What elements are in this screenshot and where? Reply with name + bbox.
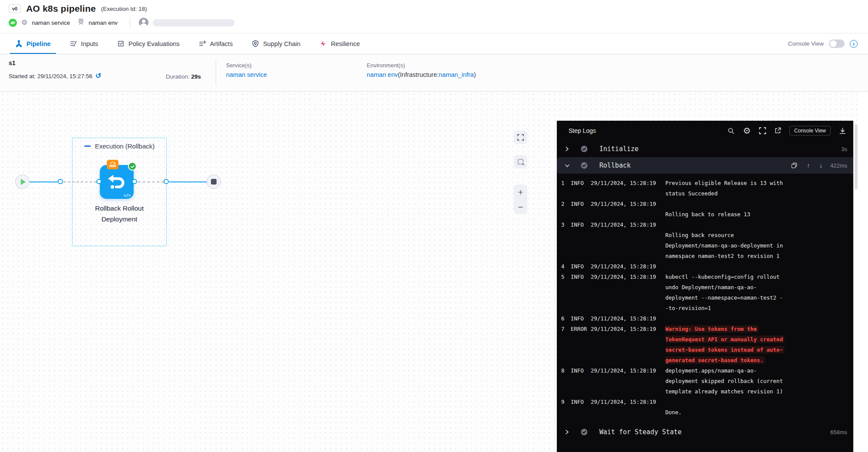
scroll-down-icon[interactable]: ↓: [819, 162, 822, 169]
canvas-fullscreen-button[interactable]: [514, 131, 527, 144]
log-panel-title: Step Logs: [569, 127, 596, 134]
log-line-number: 6: [561, 313, 571, 324]
meta-row: ⚙ naman service naman env: [9, 17, 234, 28]
log-entry: 7ERROR29/11/2024, 15:28:19Warning: Use t…: [561, 324, 847, 366]
tab-pipeline[interactable]: Pipeline: [15, 33, 51, 54]
log-line-number: 2: [561, 199, 571, 220]
redacted-text: [153, 19, 234, 26]
infra-prefix: (Infrastructure:: [398, 71, 439, 78]
log-section-name: Initialize: [599, 145, 638, 153]
log-timestamp: 29/11/2024, 15:28:19: [591, 199, 665, 220]
chevron-down-icon[interactable]: [565, 163, 571, 168]
tab-supply-chain[interactable]: Supply Chain: [252, 33, 300, 54]
log-line-number: 9: [561, 397, 571, 418]
log-level: INFO: [571, 261, 591, 272]
scrollbar-thumb[interactable]: [855, 124, 858, 189]
log-scrollbar[interactable]: [853, 121, 858, 452]
log-entry: 6INFO29/11/2024, 15:28:19: [561, 313, 847, 324]
services-label: Service(s): [226, 62, 267, 69]
log-section-name: Wait for Steady State: [599, 428, 682, 436]
artifacts-icon: [199, 40, 206, 47]
environment-link[interactable]: naman env: [367, 71, 398, 78]
step-success-icon: [580, 428, 588, 436]
version-badge[interactable]: v0: [9, 4, 21, 13]
log-timestamp: 29/11/2024, 15:28:19: [591, 272, 665, 313]
stage-group-label: Execution (Rollback): [95, 142, 155, 150]
section-duration: 422ms: [830, 162, 847, 169]
log-section-header[interactable]: Initialize3s: [557, 141, 858, 157]
pipeline-start-node[interactable]: [15, 175, 30, 189]
tab-policy-evaluations[interactable]: Policy Evaluations: [117, 33, 180, 54]
avatar: [139, 18, 148, 27]
pipeline-icon: [15, 40, 23, 47]
zoom-in-button[interactable]: +: [514, 188, 527, 197]
rollback-step-node[interactable]: </>: [100, 165, 134, 199]
log-entry: 5INFO29/11/2024, 15:28:19kubectl --kubec…: [561, 272, 847, 313]
service-name[interactable]: naman service: [32, 20, 70, 26]
step-label-line1: Rollback Rollout: [72, 203, 167, 214]
environments-column: Environment(s) naman env(Infrastructure:…: [367, 62, 476, 78]
log-message: Rolling back to release 13: [665, 199, 847, 220]
console-view-button[interactable]: Console View: [789, 126, 831, 135]
canvas-select-region-button[interactable]: [514, 155, 527, 168]
stage-summary-bar: s1 Started at: 29/11/2024, 15:27:56 ↺ Du…: [0, 54, 868, 92]
success-check-icon: [128, 162, 137, 171]
log-line-number: 3: [561, 220, 571, 261]
log-section-name: Rollback: [599, 162, 631, 169]
environment-name[interactable]: naman env: [89, 20, 118, 26]
infra-suffix: ): [474, 71, 476, 78]
log-level: INFO: [571, 313, 591, 324]
log-line-number: 8: [561, 366, 571, 397]
chevron-right-icon[interactable]: [565, 429, 571, 435]
started-at-text: Started at: 29/11/2024, 15:27:56: [9, 73, 92, 79]
log-level: INFO: [571, 199, 591, 220]
infrastructure-link[interactable]: naman_infra: [439, 71, 474, 78]
tab-inputs[interactable]: Inputs: [70, 33, 99, 54]
service-link[interactable]: naman service: [226, 71, 267, 78]
tab-label: Inputs: [81, 40, 99, 47]
log-message: Warning: Use tokens from theTokenRequest…: [665, 324, 847, 366]
duration: Duration: 29s: [166, 73, 201, 80]
pipeline-end-node[interactable]: [207, 175, 221, 189]
expand-fullscreen-icon[interactable]: [759, 127, 766, 134]
log-level: INFO: [571, 272, 591, 313]
log-settings-gear-icon[interactable]: ⚙: [743, 126, 751, 135]
download-logs-icon[interactable]: [839, 127, 846, 135]
log-timestamp: 29/11/2024, 15:28:19: [591, 220, 665, 261]
open-in-new-window-icon[interactable]: [774, 127, 781, 134]
log-line-number: 5: [561, 272, 571, 313]
log-lines: 1INFO29/11/2024, 15:28:19Previous eligib…: [557, 174, 858, 424]
page: v0 AO k8s pipeline (Execution Id: 18) ⚙ …: [0, 0, 868, 452]
log-level: INFO: [571, 397, 591, 418]
tab-resilience[interactable]: Resilience: [319, 33, 360, 54]
log-section-header[interactable]: Wait for Steady State658ms: [557, 424, 858, 440]
copy-logs-icon[interactable]: [791, 162, 797, 168]
stage-group-header[interactable]: Execution (Rollback): [72, 142, 166, 150]
console-view-toggle[interactable]: [829, 40, 845, 48]
scroll-up-icon[interactable]: ↑: [807, 162, 810, 169]
log-section-header[interactable]: Rollback↑↓422ms: [557, 157, 858, 174]
collapse-icon[interactable]: [84, 145, 91, 147]
info-icon[interactable]: i: [850, 40, 858, 48]
environment-value: naman env(Infrastructure:naman_infra): [367, 71, 476, 78]
log-entry: 9INFO29/11/2024, 15:28:19 Done.: [561, 397, 847, 418]
resilience-chaos-icon: [319, 40, 327, 47]
search-icon[interactable]: [727, 127, 735, 135]
duration-label: Duration:: [166, 73, 191, 80]
service-gear-icon: ⚙: [21, 19, 27, 26]
log-entry: 2INFO29/11/2024, 15:28:19 Rolling back t…: [561, 199, 847, 220]
rollback-arrow-icon: [107, 172, 127, 192]
tab-label: Supply Chain: [263, 40, 300, 47]
top-header: v0 AO k8s pipeline (Execution Id: 18) ⚙ …: [0, 0, 868, 33]
environment-icon: [78, 18, 84, 27]
rollout-badge-icon: [107, 160, 118, 169]
zoom-out-button[interactable]: −: [514, 202, 527, 211]
chevron-right-icon[interactable]: [565, 146, 571, 152]
history-icon[interactable]: ↺: [95, 73, 101, 79]
connector-dot: [132, 179, 137, 184]
log-message: [665, 261, 847, 272]
log-message: Done.: [665, 397, 847, 418]
log-timestamp: 29/11/2024, 15:28:19: [591, 313, 665, 324]
log-message: deployment.apps/naman-qa-ao-deployment s…: [665, 366, 847, 397]
tab-artifacts[interactable]: Artifacts: [199, 33, 233, 54]
